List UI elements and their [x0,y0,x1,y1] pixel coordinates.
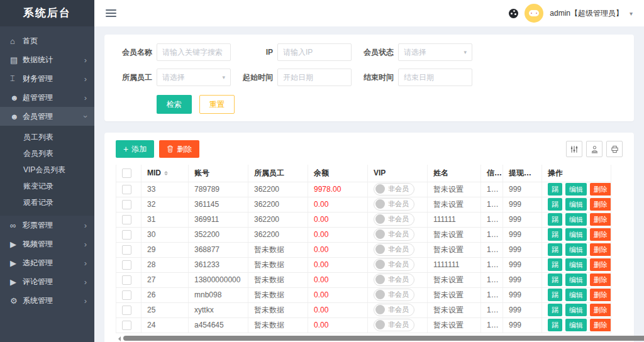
export-icon[interactable] [586,141,602,157]
reset-button[interactable]: 重置 [199,95,235,114]
vip-toggle[interactable]: 非会员 [374,198,414,211]
scroll-left-arrow-icon[interactable] [116,336,121,341]
delete-row-button[interactable]: 删除 [590,289,611,301]
row-checkbox[interactable] [122,321,131,330]
sidebar-item[interactable]: ⌂ 首页 [0,31,94,50]
edit-button[interactable]: 编辑 [565,319,587,331]
delete-row-button[interactable]: 删除 [590,273,611,286]
avatar[interactable] [525,4,543,23]
row-checkbox[interactable] [122,260,131,270]
add-button[interactable]: + 添加 [116,140,154,158]
edit-button[interactable]: 编辑 [565,243,587,256]
sidebar-item[interactable]: ☻ 超管管理 › [0,88,94,107]
kick-button[interactable]: 踢 [548,228,562,241]
kick-button[interactable]: 踢 [548,319,562,331]
vip-toggle[interactable]: 非会员 [374,228,414,241]
sidebar-item[interactable]: ⌶ 财务管理 › [0,69,94,88]
sidebar-item-label: 超管管理 [23,92,84,103]
delete-row-button[interactable]: 删除 [590,228,611,241]
delete-row-button[interactable]: 删除 [590,198,611,211]
theme-icon[interactable] [509,9,518,18]
edit-button[interactable]: 编辑 [565,183,587,196]
delete-row-button[interactable]: 删除 [590,304,611,316]
edit-button[interactable]: 编辑 [565,258,587,271]
search-button[interactable]: 检索 [157,95,192,114]
print-icon[interactable] [606,141,623,157]
kick-button[interactable]: 踢 [548,273,562,286]
select-all-checkbox[interactable] [122,168,131,178]
vip-toggle[interactable]: 非会员 [374,183,414,196]
edit-button[interactable]: 编辑 [565,289,587,301]
sidebar-item[interactable]: ▤ 数据统计 › [0,50,94,69]
filter-columns-icon[interactable] [566,141,582,157]
column-header-actions: 操作 [542,165,611,182]
kick-button[interactable]: 踢 [548,289,562,301]
scrollbar-thumb[interactable] [123,336,644,341]
cell-withdrawals: 999 [503,182,542,197]
edit-button[interactable]: 编辑 [565,213,587,226]
cell-account: xyttkx [189,302,248,317]
table-row: 27 13800000000 暂未数据 0.00 非会员 [116,272,611,287]
delete-row-button[interactable]: 删除 [590,213,611,226]
ip-group: IP [243,43,364,61]
vip-toggle[interactable]: 非会员 [374,273,414,286]
vip-toggle[interactable]: 非会员 [374,304,414,316]
row-checkbox[interactable] [122,200,131,209]
staff-select[interactable]: 请选择 ▾ [157,69,231,86]
sidebar-item[interactable]: ▶ 视频管理 › [0,234,94,253]
sidebar-item[interactable]: ▶ 选妃管理 › [0,253,94,272]
delete-row-button[interactable]: 删除 [590,243,611,256]
cell-mid: 27 [142,272,189,287]
sidebar-item[interactable]: ⚙ 系统管理 › [0,291,94,310]
sidebar-subitem[interactable]: 员工列表 [0,129,94,145]
kick-button[interactable]: 踢 [548,183,562,196]
edit-button[interactable]: 编辑 [565,228,587,241]
member-status-label: 会员状态 [364,47,394,58]
sidebar-subitem[interactable]: VIP会员列表 [0,162,94,178]
edit-button[interactable]: 编辑 [565,198,587,211]
row-actions: 踢 编辑 删除 [548,319,611,331]
hamburger-icon[interactable] [106,8,116,19]
row-checkbox[interactable] [122,185,131,194]
row-checkbox[interactable] [122,215,131,224]
row-checkbox[interactable] [122,275,131,285]
table-row: 24 a454645 暂未数据 0.00 非会员 [116,317,611,333]
kick-button[interactable]: 踢 [548,304,562,316]
vip-toggle[interactable]: 非会员 [374,213,414,226]
user-menu[interactable]: admin【超级管理员】 [550,8,623,19]
ip-field[interactable] [277,43,352,61]
vip-toggle[interactable]: 非会员 [374,319,414,331]
end-date-field[interactable] [398,69,472,86]
sidebar-subitem[interactable]: 观看记录 [0,194,94,211]
vip-toggle[interactable]: 非会员 [374,258,414,271]
sidebar-subitem[interactable]: 会员列表 [0,145,94,162]
member-status-select[interactable]: 请选择 ▾ [398,43,472,61]
cell-staff: 暂未数据 [248,272,308,287]
edit-button[interactable]: 编辑 [565,273,587,286]
delete-row-button[interactable]: 删除 [590,258,611,271]
member-name-field[interactable] [157,43,231,61]
kick-button[interactable]: 踢 [548,243,562,256]
bulk-delete-button[interactable]: 删除 [159,140,199,158]
app-title: 系统后台 [0,0,94,26]
start-date-field[interactable] [277,69,352,86]
vip-toggle[interactable]: 非会员 [374,289,414,301]
row-checkbox[interactable] [122,230,131,240]
sort-icon[interactable] [164,169,168,177]
cell-withdrawals: 999 [503,242,542,257]
sidebar-item[interactable]: ▶ 评论管理 › [0,272,94,291]
sidebar-subitem[interactable]: 账变记录 [0,178,94,194]
delete-row-button[interactable]: 删除 [590,183,611,196]
vip-toggle[interactable]: 非会员 [374,243,414,256]
row-checkbox[interactable] [122,290,131,300]
kick-button[interactable]: 踢 [548,198,562,211]
cell-account: 361145 [189,197,248,212]
kick-button[interactable]: 踢 [548,258,562,271]
row-checkbox[interactable] [122,306,131,315]
edit-button[interactable]: 编辑 [565,304,587,316]
row-checkbox[interactable] [122,245,131,255]
sidebar-item[interactable]: ☻ 会员管理 › [0,107,94,126]
kick-button[interactable]: 踢 [548,213,562,226]
sidebar-item[interactable]: ∞ 彩票管理 › [0,216,94,234]
delete-row-button[interactable]: 删除 [590,319,611,331]
